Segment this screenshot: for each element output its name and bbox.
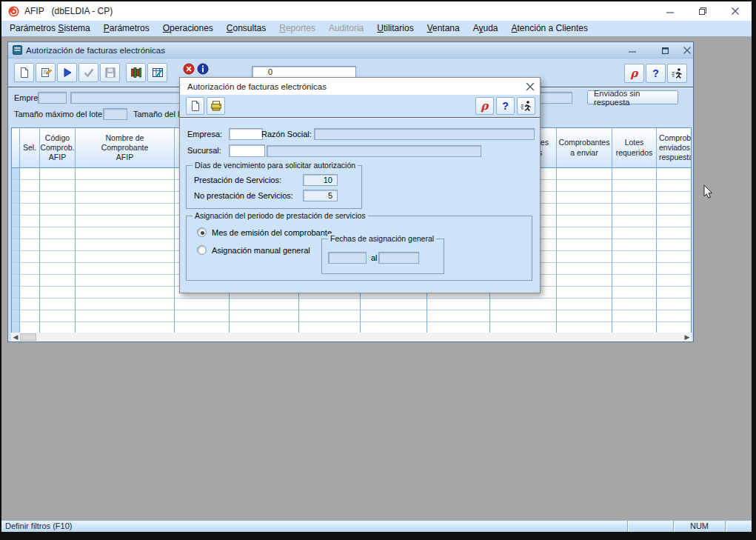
menu-auditoria[interactable]: Auditoria bbox=[322, 21, 370, 36]
table-cell[interactable] bbox=[230, 310, 299, 322]
table-cell[interactable] bbox=[20, 168, 40, 180]
table-cell[interactable] bbox=[612, 275, 657, 287]
table-cell[interactable] bbox=[557, 263, 612, 275]
table-cell[interactable] bbox=[557, 322, 612, 333]
table-cell[interactable] bbox=[557, 299, 612, 310]
table-cell[interactable] bbox=[76, 275, 175, 287]
table-cell[interactable] bbox=[657, 204, 692, 216]
table-cell[interactable] bbox=[20, 216, 40, 227]
table-cell[interactable] bbox=[612, 216, 657, 227]
table-cell[interactable] bbox=[40, 180, 76, 192]
column-header-12[interactable]: Comprobantes enviados sin respuesta bbox=[657, 128, 692, 168]
row-select-cell[interactable] bbox=[12, 310, 20, 322]
table-cell[interactable] bbox=[76, 227, 175, 239]
filter-rho-button[interactable]: ρ bbox=[475, 97, 494, 115]
row-select-cell[interactable] bbox=[12, 227, 20, 239]
fecha-hasta-field[interactable] bbox=[378, 252, 419, 264]
table-cell[interactable] bbox=[657, 310, 692, 322]
radio-mes-emision[interactable] bbox=[197, 227, 207, 237]
column-header-3[interactable]: Nombre de Comprobante AFIP bbox=[76, 128, 175, 168]
table-cell[interactable] bbox=[557, 310, 612, 322]
table-cell[interactable] bbox=[20, 204, 40, 216]
sucursal-name-field[interactable] bbox=[267, 145, 481, 157]
restore-button[interactable] bbox=[686, 1, 719, 21]
row-select-cell[interactable] bbox=[12, 275, 20, 287]
dialog-empresa-field[interactable] bbox=[229, 128, 263, 140]
new-document-button[interactable] bbox=[186, 97, 204, 115]
table-cell[interactable] bbox=[657, 192, 692, 204]
table-cell[interactable] bbox=[175, 299, 230, 310]
no-prestacion-field[interactable]: 5 bbox=[303, 190, 338, 201]
table-cell[interactable] bbox=[76, 299, 175, 310]
exit-button[interactable] bbox=[667, 64, 687, 83]
table-cell[interactable] bbox=[20, 180, 40, 192]
table-cell[interactable] bbox=[612, 251, 657, 263]
table-cell[interactable] bbox=[557, 287, 612, 299]
row-select-cell[interactable] bbox=[12, 322, 20, 333]
row-select-cell[interactable] bbox=[12, 204, 20, 216]
table-cell[interactable] bbox=[40, 251, 76, 263]
horizontal-scrollbar[interactable]: ◀ ▶ bbox=[11, 333, 692, 341]
table-cell[interactable] bbox=[20, 299, 40, 310]
table-cell[interactable] bbox=[612, 310, 657, 322]
table-cell[interactable] bbox=[557, 227, 612, 239]
child-close-button[interactable] bbox=[679, 44, 695, 56]
table-cell[interactable] bbox=[299, 322, 361, 333]
table-cell[interactable] bbox=[657, 263, 692, 275]
table-cell[interactable] bbox=[76, 192, 175, 204]
table-cell[interactable] bbox=[230, 299, 299, 310]
razon-social-field[interactable] bbox=[314, 128, 535, 140]
table-cell[interactable] bbox=[230, 322, 299, 333]
table-cell[interactable] bbox=[361, 322, 427, 333]
table-cell[interactable] bbox=[612, 263, 657, 275]
menu-reportes[interactable]: Reportes bbox=[272, 21, 322, 36]
enviados-sin-respuesta-button[interactable]: Enviados sin respuesta bbox=[587, 90, 678, 104]
table-cell[interactable] bbox=[612, 168, 657, 180]
table-cell[interactable] bbox=[490, 310, 557, 322]
table-cell[interactable] bbox=[612, 322, 657, 333]
table-cell[interactable] bbox=[490, 299, 557, 310]
table-cell[interactable] bbox=[657, 322, 692, 333]
table-cell[interactable] bbox=[20, 192, 40, 204]
print-button[interactable] bbox=[207, 97, 225, 115]
scroll-left-icon[interactable]: ◀ bbox=[11, 333, 20, 341]
table-cell[interactable] bbox=[657, 299, 692, 310]
scrollbar-thumb[interactable] bbox=[20, 333, 36, 341]
table-cell[interactable] bbox=[612, 287, 657, 299]
table-cell[interactable] bbox=[557, 275, 612, 287]
table-cell[interactable] bbox=[557, 168, 612, 180]
menu-atencion-a-clientes[interactable]: Atención a Clientes bbox=[505, 21, 595, 36]
table-cell[interactable] bbox=[427, 310, 490, 322]
edit-grid-button[interactable] bbox=[147, 63, 167, 82]
table-cell[interactable] bbox=[612, 204, 657, 216]
table-cell[interactable] bbox=[76, 322, 175, 333]
table-cell[interactable] bbox=[612, 227, 657, 239]
table-cell[interactable] bbox=[612, 239, 657, 251]
row-select-cell[interactable] bbox=[12, 251, 20, 263]
row-select-cell[interactable] bbox=[12, 263, 20, 275]
close-button[interactable] bbox=[719, 1, 752, 21]
table-cell[interactable] bbox=[657, 287, 692, 299]
table-cell[interactable] bbox=[40, 168, 76, 180]
table-cell[interactable] bbox=[557, 216, 612, 227]
table-cell[interactable] bbox=[40, 322, 76, 333]
menu-operaciones[interactable]: Operaciones bbox=[156, 21, 220, 36]
table-cell[interactable] bbox=[20, 275, 40, 287]
table-cell[interactable] bbox=[657, 239, 692, 251]
child-minimize-button[interactable] bbox=[624, 44, 640, 56]
table-cell[interactable] bbox=[76, 239, 175, 251]
cancel-icon[interactable] bbox=[183, 63, 195, 75]
row-select-cell[interactable] bbox=[12, 192, 20, 204]
row-select-cell[interactable] bbox=[12, 180, 20, 192]
table-cell[interactable] bbox=[427, 322, 490, 333]
table-cell[interactable] bbox=[76, 168, 175, 180]
column-header-11[interactable]: Lotes requeridos bbox=[612, 128, 657, 168]
table-cell[interactable] bbox=[20, 251, 40, 263]
table-cell[interactable] bbox=[40, 299, 76, 310]
table-cell[interactable] bbox=[557, 180, 612, 192]
table-cell[interactable] bbox=[427, 299, 490, 310]
table-cell[interactable] bbox=[20, 322, 40, 333]
table-cell[interactable] bbox=[76, 180, 175, 192]
table-cell[interactable] bbox=[657, 251, 692, 263]
table-cell[interactable] bbox=[20, 287, 40, 299]
